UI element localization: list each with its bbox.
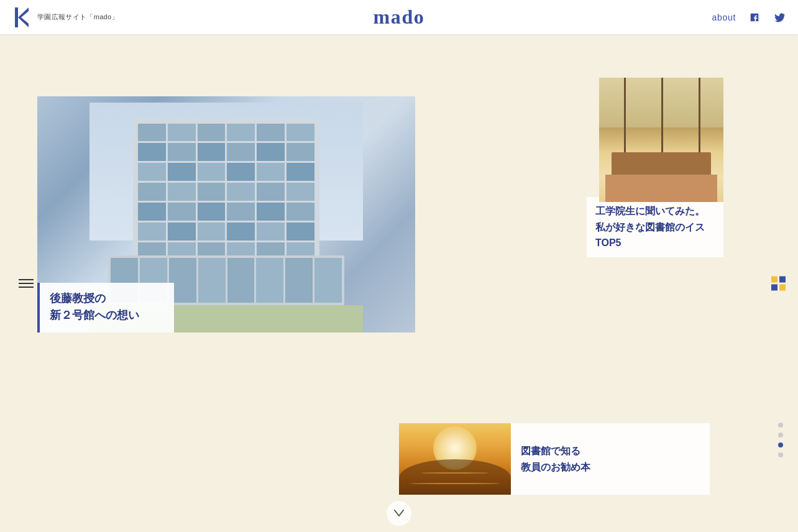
w (227, 203, 255, 221)
w (287, 203, 314, 221)
w (287, 183, 314, 201)
bw (256, 258, 283, 303)
logo-icon (12, 6, 32, 29)
library-interior (599, 78, 723, 202)
scroll-dot-4[interactable] (778, 452, 783, 457)
w (257, 143, 285, 161)
hamburger-line-1 (19, 279, 34, 280)
w (257, 203, 285, 221)
w (168, 183, 196, 201)
w (168, 124, 196, 142)
w (168, 222, 196, 241)
grid-icon-row-2 (771, 284, 786, 290)
w (138, 222, 166, 241)
article-top-right-text: 工学院生に聞いてみた。 私が好きな図書館のイスTOP5 (587, 197, 723, 257)
scroll-dot-1[interactable] (778, 423, 783, 428)
w (227, 183, 255, 201)
w (168, 143, 196, 161)
article-bottom-image (399, 423, 511, 495)
header-left: 学園広報サイト「mado」 (12, 6, 119, 29)
grid-dot-4 (779, 284, 786, 290)
hamburger-menu[interactable] (19, 279, 34, 288)
mado-logo: mado (374, 6, 425, 28)
table1 (612, 152, 711, 177)
scroll-dot-3[interactable] (778, 443, 783, 447)
w (198, 163, 226, 181)
about-link[interactable]: about (712, 12, 736, 22)
header-right: about (712, 11, 786, 24)
main-content: 後藤教授の 新２号館への想い 工学院生に聞いてみた。 私が好 (0, 34, 798, 532)
w (198, 124, 226, 142)
article-top-right-image (599, 78, 723, 202)
w (257, 183, 285, 201)
facebook-icon[interactable] (748, 11, 761, 24)
article-top-right-title: 工学院生に聞いてみた。 私が好きな図書館のイスTOP5 (595, 203, 715, 251)
main-feature-caption: 後藤教授の 新２号館への想い (37, 283, 174, 332)
hamburger-line-3 (19, 287, 34, 288)
w (138, 163, 166, 181)
grid-dot-3 (771, 284, 777, 290)
w (138, 143, 166, 161)
svg-rect-0 (15, 7, 18, 27)
w (138, 203, 166, 221)
w (227, 222, 255, 241)
article-top-right[interactable]: 工学院生に聞いてみた。 私が好きな図書館のイスTOP5 (587, 78, 723, 257)
round-library (399, 423, 511, 495)
w (168, 163, 196, 181)
curved-shelf (399, 459, 511, 495)
scroll-indicators (778, 423, 783, 457)
caption-bar (37, 283, 40, 332)
article-bottom-title: 図書館で知る 教員のお勧め本 (521, 443, 590, 475)
svg-marker-1 (18, 7, 29, 27)
scroll-dot-2[interactable] (778, 433, 783, 438)
w (138, 124, 166, 142)
floor-area (605, 175, 717, 202)
main-feature-article[interactable]: 後藤教授の 新２号館への想い (37, 96, 415, 332)
grid-dot-2 (779, 276, 786, 282)
w (198, 183, 226, 201)
w (227, 163, 255, 181)
w (198, 222, 226, 241)
bw (227, 258, 255, 303)
site-title-text: 学園広報サイト「mado」 (37, 12, 119, 22)
grid-toggle[interactable] (771, 276, 786, 290)
w (198, 143, 226, 161)
w (198, 203, 226, 221)
w (227, 143, 255, 161)
main-feature-title: 後藤教授の 新２号館への想い (47, 290, 162, 324)
hamburger-line-2 (19, 283, 34, 284)
w (287, 124, 314, 142)
shelf-line2 (410, 483, 500, 484)
bw (285, 258, 313, 303)
article-bottom-text: 図書館で知る 教員のお勧め本 (511, 423, 710, 495)
bw (314, 258, 342, 303)
w (257, 222, 285, 241)
w (287, 222, 314, 241)
twitter-icon[interactable] (773, 11, 786, 24)
scroll-down-arrow[interactable] (387, 501, 411, 526)
w (287, 143, 314, 161)
site-header: 学園広報サイト「mado」 mado about (0, 0, 798, 34)
w (257, 163, 285, 181)
article-bottom[interactable]: 図書館で知る 教員のお勧め本 (399, 423, 710, 495)
w (227, 124, 255, 142)
bw (198, 258, 226, 303)
w (257, 124, 285, 142)
w (138, 183, 166, 201)
header-center: mado (374, 6, 425, 29)
w (168, 203, 196, 221)
shelf-line1 (421, 472, 488, 474)
grid-dot-1 (771, 276, 777, 282)
grid-icon-row-1 (771, 276, 786, 282)
w (287, 163, 314, 181)
